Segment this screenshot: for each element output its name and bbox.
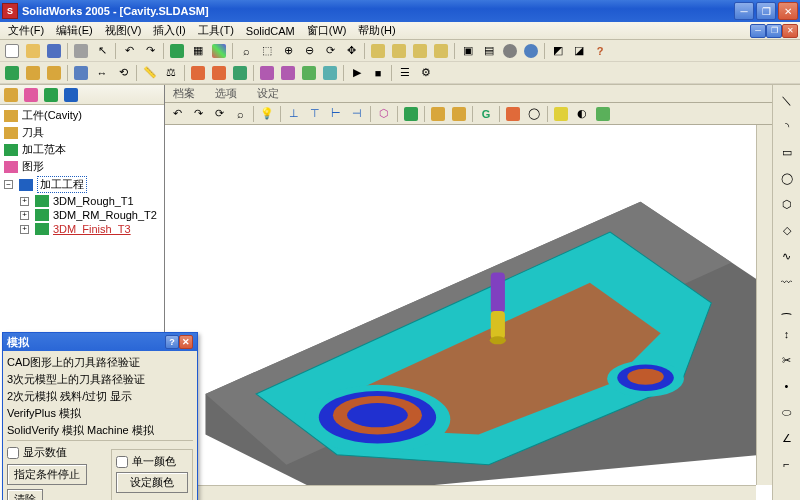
part-icon[interactable] xyxy=(44,63,64,83)
ops3-icon[interactable] xyxy=(551,104,571,124)
shaded-edges-icon[interactable] xyxy=(521,41,541,61)
show-value-checkbox[interactable]: 显示数值 xyxy=(7,445,105,460)
view-front-icon[interactable] xyxy=(368,41,388,61)
dialog-titlebar[interactable]: 模拟 ? ✕ xyxy=(3,333,197,351)
wireframe-icon[interactable]: ▣ xyxy=(458,41,478,61)
expander-icon[interactable]: − xyxy=(4,180,13,189)
tree-tab-cam-icon[interactable] xyxy=(62,87,80,103)
rt-edge-icon[interactable]: ⌐ xyxy=(776,453,798,475)
menu-help[interactable]: 帮助(H) xyxy=(352,22,401,39)
ops4-icon[interactable]: ◐ xyxy=(572,104,592,124)
vp-refresh-icon[interactable]: ⟳ xyxy=(209,104,229,124)
tree-item[interactable]: +3DM_RM_Rough_T2 xyxy=(2,208,162,222)
ops5-icon[interactable] xyxy=(593,104,613,124)
doc-restore-button[interactable]: ❐ xyxy=(766,24,782,38)
cam3-icon[interactable] xyxy=(299,63,319,83)
vp-undo-icon[interactable]: ↶ xyxy=(167,104,187,124)
shaded-icon[interactable] xyxy=(500,41,520,61)
sim-icon[interactable]: ▶ xyxy=(347,63,367,83)
menu-window[interactable]: 窗口(W) xyxy=(301,22,353,39)
rt-angle-icon[interactable]: ∠ xyxy=(776,427,798,449)
config-icon[interactable]: ⚙ xyxy=(416,63,436,83)
hex-icon[interactable]: ⬡ xyxy=(374,104,394,124)
hidden-icon[interactable]: ▤ xyxy=(479,41,499,61)
menu-tools[interactable]: 工具(T) xyxy=(192,22,240,39)
tree-item[interactable]: 加工范本 xyxy=(2,141,162,158)
new-icon[interactable] xyxy=(2,41,22,61)
coord3-icon[interactable]: ⊢ xyxy=(326,104,346,124)
expander-icon[interactable]: + xyxy=(20,225,29,234)
tree-item[interactable]: 刀具 xyxy=(2,124,162,141)
rt-line-icon[interactable]: ＼ xyxy=(776,89,798,111)
measure-icon[interactable]: 📏 xyxy=(140,63,160,83)
section-icon[interactable]: ◩ xyxy=(548,41,568,61)
rt-rect-icon[interactable]: ▭ xyxy=(776,141,798,163)
tree-item[interactable]: −加工工程 xyxy=(2,175,162,194)
rt-trim-icon[interactable]: ✂ xyxy=(776,349,798,371)
home-icon[interactable] xyxy=(2,63,22,83)
vp-zoom-icon[interactable]: ⌕ xyxy=(230,104,250,124)
tree-item[interactable]: +3DM_Finish_T3 xyxy=(2,222,162,236)
feature3-icon[interactable] xyxy=(230,63,250,83)
rt-curve1-icon[interactable]: 〰 xyxy=(776,271,798,293)
set-color-button[interactable]: 设定颜色 xyxy=(116,472,188,493)
print-icon[interactable] xyxy=(71,41,91,61)
coord1-icon[interactable]: ⊥ xyxy=(284,104,304,124)
rt-ellipse-icon[interactable]: ⬭ xyxy=(776,401,798,423)
rotate-comp-icon[interactable]: ⟲ xyxy=(113,63,133,83)
stop-condition-button[interactable]: 指定条件停止 xyxy=(7,464,87,485)
zoom-in-icon[interactable]: ⊕ xyxy=(278,41,298,61)
simulation-dialog[interactable]: 模拟 ? ✕ CAD图形上的刀具路径验证 3次元模型上的刀具路径验证 2次元模拟… xyxy=(2,332,198,500)
coord2-icon[interactable]: ⊤ xyxy=(305,104,325,124)
feature1-icon[interactable] xyxy=(188,63,208,83)
close-button[interactable]: ✕ xyxy=(778,2,798,20)
rt-dim-icon[interactable]: ↕ xyxy=(776,323,798,345)
bulb-icon[interactable]: 💡 xyxy=(257,104,277,124)
mass-icon[interactable]: ⚖ xyxy=(161,63,181,83)
zoom-out-icon[interactable]: ⊖ xyxy=(299,41,319,61)
rt-point-icon[interactable]: • xyxy=(776,375,798,397)
tree-tab-property-icon[interactable] xyxy=(22,87,40,103)
zoom-area-icon[interactable]: ⬚ xyxy=(257,41,277,61)
vertical-scrollbar[interactable] xyxy=(756,125,772,485)
tree-item[interactable]: 工件(Cavity) xyxy=(2,107,162,124)
cam2-icon[interactable] xyxy=(278,63,298,83)
move-comp-icon[interactable]: ↔ xyxy=(92,63,112,83)
vp-shape2-icon[interactable] xyxy=(428,104,448,124)
expander-icon[interactable]: + xyxy=(20,211,29,220)
menu-solidcam[interactable]: SolidCAM xyxy=(240,24,301,38)
doc-close-button[interactable]: ✕ xyxy=(782,24,798,38)
view-right-icon[interactable] xyxy=(410,41,430,61)
ops2-icon[interactable]: ◯ xyxy=(524,104,544,124)
maximize-button[interactable]: ❐ xyxy=(756,2,776,20)
dialog-line[interactable]: SolidVerify 模拟 Machine 模拟 xyxy=(7,422,193,441)
horizontal-scrollbar[interactable] xyxy=(165,485,756,500)
rt-arc-icon[interactable]: ◝ xyxy=(776,115,798,137)
dialog-close-button[interactable]: ✕ xyxy=(179,335,193,349)
rt-spline-icon[interactable]: ∿ xyxy=(776,245,798,267)
save-icon[interactable] xyxy=(44,41,64,61)
menu-view[interactable]: 视图(V) xyxy=(99,22,148,39)
undo-icon[interactable]: ↶ xyxy=(119,41,139,61)
vp-shape1-icon[interactable] xyxy=(401,104,421,124)
rebuild-icon[interactable] xyxy=(167,41,187,61)
minimize-button[interactable]: ─ xyxy=(734,2,754,20)
pan-icon[interactable]: ✥ xyxy=(341,41,361,61)
expander-icon[interactable]: + xyxy=(20,197,29,206)
tab-options[interactable]: 选项 xyxy=(211,86,241,101)
assembly-icon[interactable] xyxy=(23,63,43,83)
dialog-line[interactable]: 3次元模型上的刀具路径验证 xyxy=(7,371,193,388)
tree-tab-feature-icon[interactable] xyxy=(2,87,20,103)
cam1-icon[interactable] xyxy=(257,63,277,83)
stop-icon[interactable]: ■ xyxy=(368,63,388,83)
single-color-checkbox[interactable]: 单一颜色 xyxy=(116,454,188,469)
cursor-icon[interactable]: ↖ xyxy=(92,41,112,61)
tree-item[interactable]: +3DM_Rough_T1 xyxy=(2,194,162,208)
dialog-line[interactable]: 2次元模拟 残料/过切 显示 xyxy=(7,388,193,405)
menu-file[interactable]: 文件(F) xyxy=(2,22,50,39)
dialog-line[interactable]: VerifyPlus 模拟 xyxy=(7,405,193,422)
view-iso-icon[interactable] xyxy=(431,41,451,61)
coord4-icon[interactable]: ⊣ xyxy=(347,104,367,124)
cam4-icon[interactable] xyxy=(320,63,340,83)
dialog-help-button[interactable]: ? xyxy=(165,335,179,349)
